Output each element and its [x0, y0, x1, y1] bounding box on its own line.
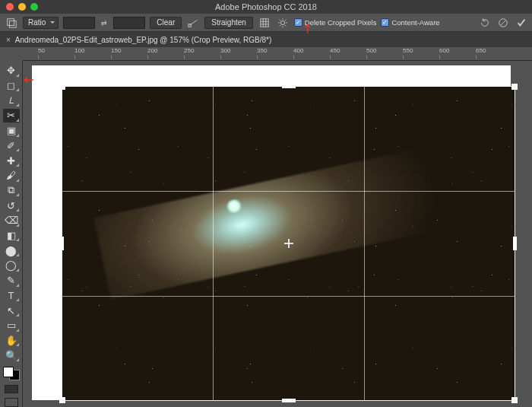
minimize-window-button[interactable] — [18, 3, 26, 11]
eyedropper-tool[interactable]: ✐ — [3, 139, 20, 153]
ruler-tick: 550 — [403, 47, 413, 54]
svg-point-4 — [280, 21, 284, 24]
healing-brush-tool[interactable]: ✚ — [3, 154, 20, 167]
commit-crop-button[interactable] — [515, 17, 527, 29]
zoom-window-button[interactable] — [30, 3, 38, 11]
aspect-ratio-select[interactable]: Ratio — [23, 17, 59, 29]
reset-crop-button[interactable] — [479, 17, 491, 29]
lasso-tool[interactable]: 𝘓 — [3, 94, 20, 107]
ruler-tick: 500 — [366, 47, 376, 54]
blur-tool[interactable]: ⬤ — [3, 243, 20, 257]
crop-tool[interactable]: ✂ — [3, 109, 20, 122]
content-aware-label: Content-Aware — [391, 18, 439, 27]
crop-handle-bottom[interactable] — [282, 399, 296, 402]
eraser-tool[interactable]: ⌫ — [3, 214, 20, 227]
zoom-tool[interactable]: 🔍 — [3, 348, 20, 362]
tools-panel: ✥◻𝘓✂▣✐✚🖌⧉↺⌫◧⬤◯✎T↖▭✋🔍 — [0, 61, 23, 407]
crop-handle-br[interactable] — [511, 397, 518, 403]
crop-preset-icon[interactable] — [5, 16, 18, 30]
check-icon: ✓ — [381, 18, 389, 27]
close-window-button[interactable] — [6, 3, 14, 11]
ruler-tick: 100 — [74, 47, 84, 54]
swap-dimensions-button[interactable]: ⇄ — [100, 18, 109, 27]
history-brush-tool[interactable]: ↺ — [3, 199, 20, 212]
ruler-tick: 600 — [439, 47, 449, 54]
ruler-tick: 400 — [293, 47, 303, 54]
hand-tool[interactable]: ✋ — [3, 334, 20, 348]
ruler-tick: 300 — [220, 47, 230, 54]
titlebar: Adobe Photoshop CC 2018 — [0, 0, 532, 14]
svg-rect-1 — [9, 21, 16, 27]
crop-handle-top[interactable] — [282, 84, 296, 88]
content-aware-checkbox[interactable]: ✓ Content-Aware — [381, 18, 439, 27]
crop-grid-line — [213, 87, 214, 400]
svg-line-2 — [189, 20, 198, 25]
crop-handle-tl[interactable] — [59, 84, 65, 90]
canvas-area[interactable] — [23, 61, 532, 407]
straighten-button[interactable]: Straighten — [204, 17, 253, 29]
crop-handle-tr[interactable] — [511, 84, 518, 90]
svg-rect-0 — [8, 18, 14, 25]
crop-grid-line — [364, 87, 365, 400]
straighten-label: Straighten — [211, 18, 246, 27]
marquee-tool[interactable]: ◻ — [3, 79, 20, 93]
brush-tool[interactable]: 🖌 — [3, 169, 20, 183]
crop-settings-icon[interactable] — [276, 16, 290, 30]
cancel-crop-button[interactable] — [497, 17, 509, 29]
color-swatch[interactable] — [3, 367, 20, 380]
clear-label: Clear — [157, 18, 175, 27]
aspect-ratio-value: Ratio — [28, 18, 46, 27]
commit-controls — [479, 17, 527, 29]
crop-handle-right[interactable] — [513, 237, 517, 250]
crop-handle-bl[interactable] — [59, 397, 65, 403]
ruler-tick: 450 — [330, 47, 340, 54]
type-tool[interactable]: T — [3, 289, 20, 303]
screen-mode-button[interactable] — [5, 398, 18, 407]
ratio-width-field[interactable] — [63, 17, 95, 29]
frame-tool[interactable]: ▣ — [3, 124, 20, 138]
crop-grid-line — [62, 296, 515, 297]
gradient-tool[interactable]: ◧ — [3, 229, 20, 243]
close-tab-icon[interactable]: × — [6, 36, 11, 44]
clone-stamp-tool[interactable]: ⧉ — [3, 184, 20, 198]
path-select-tool[interactable]: ↖ — [3, 304, 20, 317]
crop-handle-left[interactable] — [60, 237, 64, 250]
crop-marquee[interactable] — [62, 87, 515, 400]
edit-mode-button[interactable] — [5, 385, 18, 394]
ruler-tick: 200 — [147, 47, 157, 54]
straighten-icon[interactable] — [186, 16, 200, 30]
ruler-horizontal[interactable]: 50100150200250300350400450500550600650 — [23, 47, 532, 61]
foreground-color[interactable] — [3, 367, 14, 377]
pen-tool[interactable]: ✎ — [3, 274, 20, 288]
delete-cropped-checkbox[interactable]: ✓ Delete Cropped Pixels — [294, 18, 377, 27]
document-tab[interactable]: × Andreomeda_02PS-Edit_astroweb_EP.jpg @… — [6, 36, 271, 44]
ruler-tick: 350 — [257, 47, 267, 54]
ruler-tick: 150 — [111, 47, 121, 54]
app-title: Adobe Photoshop CC 2018 — [0, 2, 532, 11]
document-tab-label: Andreomeda_02PS-Edit_astroweb_EP.jpg @ 1… — [15, 36, 271, 44]
ruler-tick: 250 — [184, 47, 194, 54]
move-tool[interactable]: ✥ — [3, 64, 20, 78]
crop-center-icon — [284, 239, 293, 248]
window-controls — [0, 3, 38, 11]
ruler-tick: 50 — [38, 47, 45, 54]
clear-button[interactable]: Clear — [150, 17, 182, 29]
check-icon: ✓ — [294, 18, 302, 27]
shape-tool[interactable]: ▭ — [3, 319, 20, 332]
crop-grid-line — [62, 191, 515, 192]
svg-line-6 — [501, 20, 506, 25]
document-tab-row: × Andreomeda_02PS-Edit_astroweb_EP.jpg @… — [0, 32, 532, 47]
ruler-tick: 650 — [476, 47, 486, 54]
ratio-height-field[interactable] — [113, 17, 145, 29]
dodge-tool[interactable]: ◯ — [3, 259, 20, 272]
delete-cropped-label: Delete Cropped Pixels — [305, 18, 377, 27]
overlay-options-icon[interactable] — [258, 16, 271, 30]
options-bar: Ratio ⇄ Clear Straighten ✓ Delete Croppe… — [0, 14, 532, 32]
